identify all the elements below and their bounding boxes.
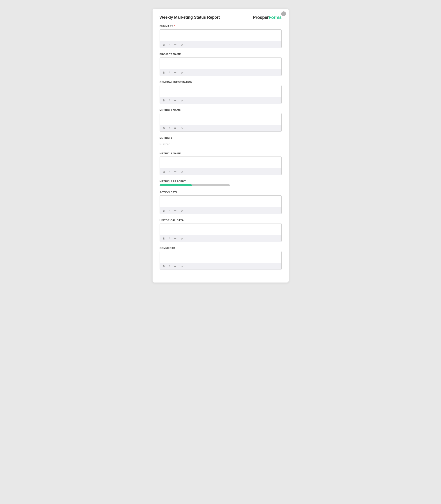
field-section-comments: COMMENTS B I ⚯ ☺ — [159, 247, 282, 270]
field-section-project-name: PROJECT NAME B I ⚯ ☺ — [159, 53, 282, 76]
form-header: Weekly Marketing Status Report ProsperFo… — [159, 15, 282, 20]
rich-text-wrapper-historical-data: B I ⚯ ☺ — [159, 223, 282, 242]
field-label-comments: COMMENTS — [159, 247, 282, 249]
action-data-input[interactable] — [160, 196, 282, 207]
field-label-project-name: PROJECT NAME — [159, 53, 282, 56]
progress-fill — [159, 184, 192, 186]
toolbar-action-data: B I ⚯ ☺ — [160, 207, 282, 214]
field-section-metric1: METRIC 1 — [159, 137, 282, 147]
metric1-number-wrapper — [159, 141, 282, 147]
italic-btn-historical-data[interactable]: I — [168, 237, 171, 240]
italic-btn-metric1-name[interactable]: I — [168, 126, 171, 130]
emoji-btn-metric2-name[interactable]: ☺ — [179, 170, 184, 174]
rich-text-wrapper-general-info: B I ⚯ ☺ — [159, 85, 282, 104]
field-label-historical-data: HISTORICAL DATA — [159, 219, 282, 221]
italic-btn-action-data[interactable]: I — [168, 209, 171, 212]
italic-btn-summary[interactable]: I — [168, 43, 171, 47]
emoji-btn-historical-data[interactable]: ☺ — [179, 236, 184, 240]
italic-btn-project-name[interactable]: I — [168, 71, 171, 74]
bold-btn-metric2-name[interactable]: B — [162, 170, 166, 174]
bold-btn-general-info[interactable]: B — [162, 99, 166, 102]
bold-btn-metric1-name[interactable]: B — [162, 126, 166, 130]
field-section-historical-data: HISTORICAL DATA B I ⚯ ☺ — [159, 219, 282, 242]
bold-btn-historical-data[interactable]: B — [162, 237, 166, 240]
close-button[interactable]: × — [281, 11, 286, 16]
bold-btn-summary[interactable]: B — [162, 43, 166, 47]
rich-text-wrapper-project-name: B I ⚯ ☺ — [159, 57, 282, 76]
field-section-summary: SUMMARY * B I ⚯ ☺ — [159, 24, 282, 48]
italic-btn-metric2-name[interactable]: I — [168, 170, 171, 174]
field-label-general-info: GENERAL INFORMATION — [159, 81, 282, 83]
general-info-input[interactable] — [160, 85, 282, 97]
link-btn-project-name[interactable]: ⚯ — [173, 70, 177, 74]
field-label-action-data: ACTION DATA — [159, 191, 282, 194]
brand-forms: Forms — [269, 15, 282, 20]
rich-text-wrapper-metric2-name: B I ⚯ ☺ — [159, 157, 282, 175]
bold-btn-project-name[interactable]: B — [162, 71, 166, 74]
form-container: Weekly Marketing Status Report ProsperFo… — [153, 9, 289, 283]
brand-logo: ProsperForms — [253, 15, 282, 20]
emoji-btn-metric1-name[interactable]: ☺ — [179, 126, 184, 130]
link-btn-general-info[interactable]: ⚯ — [173, 98, 177, 102]
summary-input[interactable] — [160, 30, 282, 41]
italic-btn-general-info[interactable]: I — [168, 99, 171, 102]
bold-btn-comments[interactable]: B — [162, 265, 166, 268]
field-section-general-info: GENERAL INFORMATION B I ⚯ ☺ — [159, 81, 282, 104]
emoji-btn-comments[interactable]: ☺ — [179, 264, 184, 268]
field-label-summary: SUMMARY * — [159, 24, 282, 28]
rich-text-wrapper-summary: B I ⚯ ☺ — [159, 30, 282, 48]
link-btn-metric2-name[interactable]: ⚯ — [173, 170, 177, 174]
field-section-metric2-name: METRIC 2 NAME B I ⚯ ☺ — [159, 152, 282, 175]
emoji-btn-general-info[interactable]: ☺ — [179, 98, 184, 102]
field-section-action-data: ACTION DATA B I ⚯ ☺ — [159, 191, 282, 214]
metric1-number-input[interactable] — [159, 141, 199, 147]
link-btn-metric1-name[interactable]: ⚯ — [173, 126, 177, 130]
field-section-metric1-name: METRIC 1 NAME B I ⚯ ☺ — [159, 109, 282, 132]
rich-text-wrapper-action-data: B I ⚯ ☺ — [159, 195, 282, 214]
toolbar-metric2-name: B I ⚯ ☺ — [160, 168, 282, 175]
form-title: Weekly Marketing Status Report — [159, 15, 220, 20]
emoji-btn-project-name[interactable]: ☺ — [179, 70, 184, 74]
required-star-summary: * — [174, 24, 175, 28]
project-name-input[interactable] — [160, 58, 282, 69]
toolbar-historical-data: B I ⚯ ☺ — [160, 235, 282, 242]
field-label-metric1: METRIC 1 — [159, 137, 282, 139]
field-section-metric2-percent: METRIC 2 PERCENT — [159, 180, 282, 186]
toolbar-metric1-name: B I ⚯ ☺ — [160, 125, 282, 131]
field-label-metric2-name: METRIC 2 NAME — [159, 152, 282, 155]
toolbar-comments: B I ⚯ ☺ — [160, 263, 282, 269]
italic-btn-comments[interactable]: I — [168, 265, 171, 268]
emoji-btn-action-data[interactable]: ☺ — [179, 208, 184, 212]
metric1-name-input[interactable] — [160, 113, 282, 125]
progress-wrapper — [159, 184, 282, 186]
link-btn-historical-data[interactable]: ⚯ — [173, 236, 177, 240]
toolbar-summary: B I ⚯ ☺ — [160, 41, 282, 48]
comments-input[interactable] — [160, 251, 282, 263]
progress-track[interactable] — [159, 184, 230, 186]
field-label-metric1-name: METRIC 1 NAME — [159, 109, 282, 111]
toolbar-general-info: B I ⚯ ☺ — [160, 97, 282, 104]
historical-data-input[interactable] — [160, 223, 282, 235]
toolbar-project-name: B I ⚯ ☺ — [160, 69, 282, 76]
bold-btn-action-data[interactable]: B — [162, 209, 166, 212]
link-btn-comments[interactable]: ⚯ — [173, 264, 177, 268]
brand-prosper: Prosper — [253, 15, 269, 20]
link-btn-action-data[interactable]: ⚯ — [173, 208, 177, 212]
rich-text-wrapper-comments: B I ⚯ ☺ — [159, 251, 282, 270]
link-btn-summary[interactable]: ⚯ — [173, 43, 177, 47]
field-label-metric2-percent: METRIC 2 PERCENT — [159, 180, 282, 183]
rich-text-wrapper-metric1-name: B I ⚯ ☺ — [159, 113, 282, 132]
metric2-name-input[interactable] — [160, 157, 282, 168]
emoji-btn-summary[interactable]: ☺ — [179, 43, 184, 47]
